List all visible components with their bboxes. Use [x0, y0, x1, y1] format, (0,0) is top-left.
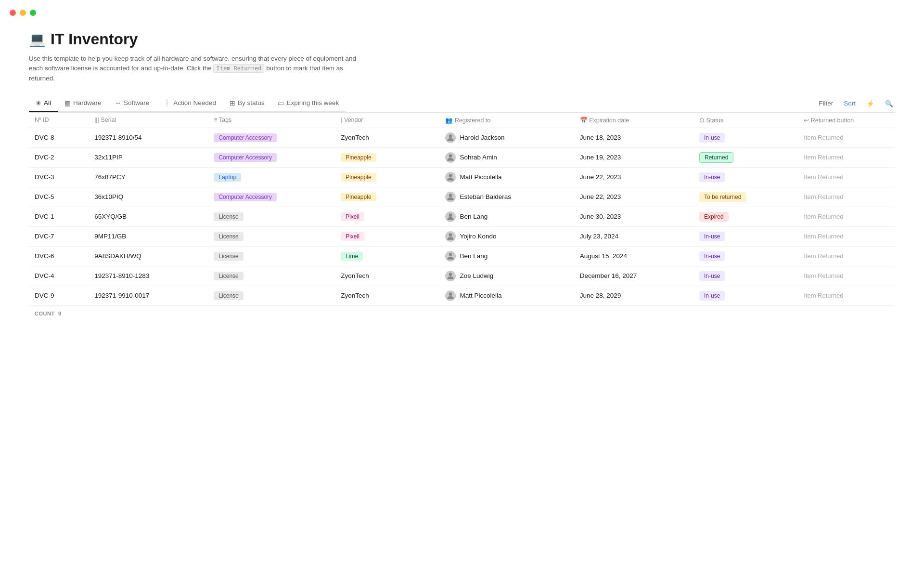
cell-returned[interactable]: Item Returned [798, 266, 895, 286]
vendor-tag: Pineapple [341, 153, 376, 162]
col-returned-icon: ↩ [804, 117, 809, 124]
person-name: Ben Lang [460, 213, 488, 220]
tab-all[interactable]: ✳ All [29, 95, 58, 112]
cell-tags: Computer Accessory [208, 187, 335, 207]
col-header-status: ⊙ Status [693, 112, 798, 128]
svg-point-4 [449, 213, 452, 217]
avatar [445, 271, 456, 281]
item-returned-button[interactable]: Item Returned [804, 272, 843, 279]
cell-id: DVC-5 [29, 187, 89, 207]
page-title: IT Inventory [51, 30, 138, 48]
item-returned-button[interactable]: Item Returned [804, 213, 843, 220]
table-row: DVC-4 192371-8910-1283 License ZyonTech … [29, 266, 895, 286]
cell-vendor: Pixell [335, 207, 439, 226]
inventory-table-wrapper: Nº ID ||| Serial ≡ Tags | Vendor 👥 Regis… [29, 112, 895, 321]
close-button[interactable] [10, 10, 16, 16]
cell-returned[interactable]: Item Returned [798, 128, 895, 147]
cell-status: In-use [693, 226, 798, 246]
tag-badge: License [214, 212, 243, 221]
col-expiration-icon: 📅 [580, 117, 588, 124]
tab-by-status[interactable]: ⊞ By status [223, 95, 271, 112]
cell-serial: 192371-8910-1283 [89, 266, 208, 286]
tab-action-needed[interactable]: ❕ Action Needed [156, 95, 223, 112]
col-header-tags: ≡ Tags [208, 112, 335, 128]
cell-expiration: June 22, 2023 [574, 187, 693, 207]
cell-id: DVC-2 [29, 147, 89, 167]
registered-person: Matt Piccolella [445, 290, 568, 301]
cell-vendor: Pineapple [335, 147, 439, 167]
minimize-button[interactable] [20, 10, 26, 16]
cell-tags: License [208, 207, 335, 226]
tab-bar: ✳ All ▦ Hardware ↔ Software ❕ Action Nee… [29, 95, 346, 112]
status-badge: Expired [699, 212, 729, 222]
cell-returned[interactable]: Item Returned [798, 246, 895, 266]
table-row: DVC-1 65XYQ/GB License Pixell Ben Lang J… [29, 207, 895, 226]
cell-registered: Ben Lang [439, 246, 574, 266]
cell-serial: 65XYQ/GB [89, 207, 208, 226]
cell-returned[interactable]: Item Returned [798, 207, 895, 226]
cell-returned[interactable]: Item Returned [798, 147, 895, 167]
cell-registered: Matt Piccolella [439, 167, 574, 187]
cell-tags: Laptop [208, 167, 335, 187]
svg-point-5 [449, 233, 452, 236]
cell-status: In-use [693, 286, 798, 305]
cell-returned[interactable]: Item Returned [798, 226, 895, 246]
table-body: DVC-8 192371-8910/54 Computer Accessory … [29, 128, 895, 305]
cell-id: DVC-6 [29, 246, 89, 266]
cell-returned[interactable]: Item Returned [798, 167, 895, 187]
inventory-table: Nº ID ||| Serial ≡ Tags | Vendor 👥 Regis… [29, 112, 895, 306]
person-name: Zoe Ludwig [460, 272, 493, 279]
registered-person: Ben Lang [445, 251, 568, 262]
cell-expiration: December 16, 2027 [574, 266, 693, 286]
status-badge: In-use [699, 251, 725, 261]
col-status-icon: ⊙ [699, 117, 705, 124]
item-returned-button[interactable]: Item Returned [804, 154, 843, 161]
cell-returned[interactable]: Item Returned [798, 286, 895, 305]
col-header-returned: ↩ Returned button [798, 112, 895, 128]
cell-serial: 76x87PCY [89, 167, 208, 187]
item-returned-button[interactable]: Item Returned [804, 173, 843, 181]
tab-expiring[interactable]: ▭ Expiring this week [271, 95, 346, 112]
traffic-lights [0, 0, 924, 16]
cell-tags: License [208, 226, 335, 246]
avatar [445, 231, 456, 242]
vendor-tag: Pixell [341, 212, 364, 221]
avatar [445, 172, 456, 183]
svg-point-0 [449, 134, 452, 138]
cell-expiration: June 19, 2023 [574, 147, 693, 167]
cell-status: Expired [693, 207, 798, 226]
toolbar: ✳ All ▦ Hardware ↔ Software ❕ Action Nee… [29, 95, 895, 112]
cell-serial: 192371-8910/54 [89, 128, 208, 147]
tab-hardware[interactable]: ▦ Hardware [58, 95, 108, 112]
filter-button[interactable]: Filter [817, 99, 835, 108]
status-badge: In-use [699, 271, 725, 281]
registered-person: Harold Jackson [445, 132, 568, 143]
table-row: DVC-9 192371-9910-0017 License ZyonTech … [29, 286, 895, 305]
col-tags-icon: ≡ [214, 117, 217, 123]
search-button[interactable]: 🔍 [883, 99, 895, 108]
tag-badge: Computer Accessory [214, 153, 277, 162]
status-badge: In-use [699, 133, 725, 143]
item-returned-button[interactable]: Item Returned [804, 252, 843, 260]
cell-serial: 9A8SDAKH/WQ [89, 246, 208, 266]
registered-person: Esteban Balderas [445, 192, 568, 202]
tab-software[interactable]: ↔ Software [108, 95, 156, 112]
count-value: 9 [58, 311, 62, 316]
vendor-tag: Pixell [341, 232, 364, 241]
tag-badge: License [214, 232, 243, 241]
item-returned-button[interactable]: Item Returned [804, 193, 843, 200]
bolt-button[interactable]: ⚡ [864, 99, 876, 108]
col-registered-icon: 👥 [445, 117, 453, 124]
item-returned-button[interactable]: Item Returned [804, 292, 843, 299]
fullscreen-button[interactable] [30, 10, 36, 16]
item-returned-button[interactable]: Item Returned [804, 134, 843, 141]
cell-status: In-use [693, 246, 798, 266]
table-row: DVC-2 32x11PIP Computer Accessory Pineap… [29, 147, 895, 167]
vendor-text: ZyonTech [341, 272, 369, 279]
cell-returned[interactable]: Item Returned [798, 187, 895, 207]
sort-button[interactable]: Sort [842, 99, 858, 108]
tab-hardware-label: Hardware [73, 99, 102, 106]
registered-person: Yojiro Kondo [445, 231, 568, 242]
item-returned-button[interactable]: Item Returned [804, 233, 843, 240]
cell-serial: 32x11PIP [89, 147, 208, 167]
